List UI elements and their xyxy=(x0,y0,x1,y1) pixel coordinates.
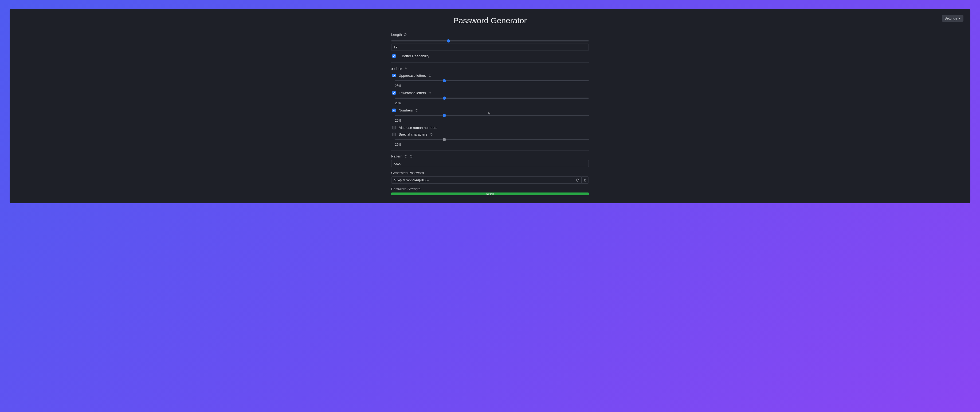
length-label-row: Length xyxy=(391,33,589,37)
settings-button[interactable]: Settings xyxy=(942,15,963,22)
readability-label: Better Readability xyxy=(402,54,430,58)
clipboard-icon xyxy=(583,178,587,182)
reset-icon[interactable] xyxy=(404,155,408,158)
roman-row: Also use roman numbers xyxy=(391,125,589,130)
generated-password-input[interactable] xyxy=(391,176,574,184)
pattern-input[interactable] xyxy=(391,160,589,167)
refresh-icon xyxy=(576,178,580,182)
lowercase-row: Lowercase letters 25% xyxy=(391,90,589,105)
charset-heading-label: x char xyxy=(391,66,402,71)
generated-label: Generated Password xyxy=(391,171,424,175)
length-label: Length xyxy=(391,33,402,37)
help-icon[interactable] xyxy=(409,155,413,158)
uppercase-label: Uppercase letters xyxy=(399,73,426,78)
numbers-pct: 25% xyxy=(395,119,589,123)
lowercase-pct: 25% xyxy=(395,101,589,105)
length-slider[interactable] xyxy=(391,40,589,42)
svg-point-3 xyxy=(411,156,412,157)
copy-button[interactable] xyxy=(581,176,589,184)
strength-bar: Strong xyxy=(391,193,589,195)
readability-checkbox[interactable] xyxy=(392,54,396,58)
page-title: Password Generator xyxy=(17,16,963,25)
special-label: Special characters xyxy=(399,133,427,136)
special-checkbox[interactable] xyxy=(392,133,396,136)
strength-value: Strong xyxy=(486,193,494,195)
roman-checkbox[interactable] xyxy=(392,126,396,129)
uppercase-row: Uppercase letters 25% xyxy=(391,73,589,88)
special-row: Special characters 25% xyxy=(391,132,589,147)
generator-form: Length Better Readability x char Upperca… xyxy=(391,33,589,195)
regenerate-button[interactable] xyxy=(574,176,581,184)
special-pct: 25% xyxy=(395,143,589,147)
numbers-label: Numbers xyxy=(399,108,413,112)
reset-icon[interactable] xyxy=(404,33,407,37)
generated-label-row: Generated Password xyxy=(391,171,589,175)
roman-label: Also use roman numbers xyxy=(399,126,438,130)
uppercase-checkbox[interactable] xyxy=(392,74,396,77)
pattern-label-row: Pattern xyxy=(391,154,589,158)
uppercase-pct: 25% xyxy=(395,84,589,88)
reset-icon[interactable] xyxy=(415,109,419,112)
numbers-slider[interactable] xyxy=(395,115,589,116)
readability-row: Better Readability xyxy=(391,53,589,59)
plus-icon[interactable] xyxy=(404,67,407,70)
numbers-checkbox[interactable] xyxy=(392,109,396,112)
strength-label-row: Password Strength xyxy=(391,187,589,191)
reset-icon[interactable] xyxy=(428,91,432,95)
uppercase-slider[interactable] xyxy=(395,80,589,81)
reset-icon[interactable] xyxy=(428,74,432,78)
caret-down-icon xyxy=(959,18,961,19)
lowercase-checkbox[interactable] xyxy=(392,91,396,95)
lowercase-slider[interactable] xyxy=(395,97,589,99)
reset-icon[interactable] xyxy=(430,133,433,136)
app-panel: Settings Password Generator Length Bette… xyxy=(10,9,970,203)
pattern-label: Pattern xyxy=(391,154,402,158)
special-slider[interactable] xyxy=(395,139,589,140)
length-input[interactable] xyxy=(391,43,589,51)
charset-heading: x char xyxy=(391,66,589,71)
generated-row xyxy=(391,176,589,184)
lowercase-label: Lowercase letters xyxy=(399,91,426,95)
numbers-row: Numbers 25% xyxy=(391,108,589,123)
strength-section: Password Strength Strong xyxy=(391,187,589,195)
strength-label: Password Strength xyxy=(391,187,421,191)
settings-button-label: Settings xyxy=(945,16,957,20)
